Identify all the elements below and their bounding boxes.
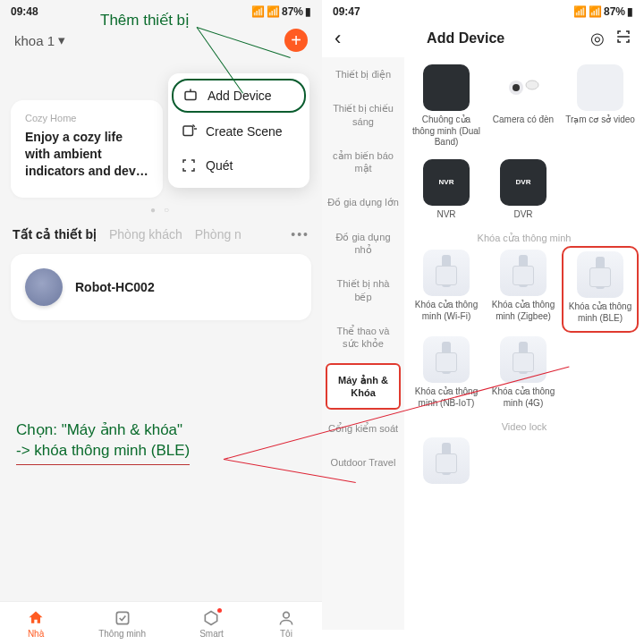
svg-rect-0 xyxy=(185,92,196,100)
add-button[interactable]: + xyxy=(284,29,308,52)
status-icons: 📶📶 87%▮ xyxy=(573,5,633,18)
page-indicator: ● ○ xyxy=(0,205,322,215)
menu-create-scene[interactable]: Create Scene xyxy=(168,114,309,148)
item-lock-4g[interactable]: Khóa cửa thông minh (4G) xyxy=(485,333,562,416)
cat-lighting[interactable]: Thiết bị chiếu sáng xyxy=(322,91,404,139)
item-lock-ble[interactable]: Khóa cửa thông minh (BLE) xyxy=(562,246,639,333)
cat-large-appliance[interactable]: Đồ gia dụng lớn xyxy=(322,185,404,219)
status-icons: 📶📶 87%▮ xyxy=(251,5,311,18)
back-button[interactable]: ‹ xyxy=(335,27,341,50)
card-title: Enjoy a cozy life with ambient indicator… xyxy=(25,129,148,180)
item-lock-wifi[interactable]: Khóa cửa thông minh (Wi-Fi) xyxy=(408,246,485,333)
nvr-icon: NVR xyxy=(423,159,470,206)
section-video-lock: Video lock xyxy=(408,421,640,432)
item-lock-zigbee[interactable]: Khóa cửa thông minh (Zigbee) xyxy=(485,246,562,333)
svg-point-6 xyxy=(284,612,290,618)
lock-icon xyxy=(577,251,623,298)
camera-icon xyxy=(500,64,547,111)
nav-me[interactable]: Tôi xyxy=(277,609,295,639)
cat-electric[interactable]: Thiết bị điện xyxy=(322,57,404,91)
svg-rect-2 xyxy=(183,126,193,136)
page-title: Add Device xyxy=(427,30,504,47)
chevron-down-icon: ▾ xyxy=(58,32,65,48)
item-doorbell[interactable]: Chuông cửa thông minh (Dual Band) xyxy=(408,61,485,156)
svg-point-8 xyxy=(513,84,520,91)
promo-card[interactable]: Cozy Home Enjoy a cozy life with ambient… xyxy=(11,100,163,198)
robot-icon xyxy=(25,268,63,306)
check-icon xyxy=(114,609,131,627)
svg-point-9 xyxy=(526,80,538,89)
status-time: 09:47 xyxy=(333,5,360,18)
item-video-base[interactable]: Trạm cơ sở video xyxy=(562,61,639,156)
home-icon xyxy=(27,609,45,627)
svg-rect-4 xyxy=(116,612,128,623)
cat-small-appliance[interactable]: Đồ gia dụng nhỏ xyxy=(322,220,404,267)
item-lock-nbiot[interactable]: Khóa cửa thông minh (NB-IoT) xyxy=(408,333,485,416)
lock-icon xyxy=(423,336,470,383)
plus-icon: + xyxy=(291,31,301,49)
nav-intelligent[interactable]: Thông minh xyxy=(98,609,146,639)
cat-sensor[interactable]: cảm biến báo mật xyxy=(322,139,404,186)
item-camera-light[interactable]: Camera có đèn xyxy=(485,61,562,156)
hexagon-icon xyxy=(202,609,220,627)
cat-camera-lock[interactable]: Máy ảnh & Khóa xyxy=(326,363,401,411)
lock-icon xyxy=(423,250,470,296)
base-icon xyxy=(577,64,623,111)
scene-icon xyxy=(181,123,197,140)
cat-health[interactable]: Thể thao và sức khỏe xyxy=(322,314,404,361)
item-video-lock[interactable] xyxy=(408,434,485,495)
card-subtitle: Cozy Home xyxy=(25,113,148,123)
lock-icon xyxy=(500,336,547,383)
menu-add-device[interactable]: Add Device xyxy=(172,79,306,113)
lock-icon xyxy=(500,250,547,296)
device-card[interactable]: Robot-HC002 xyxy=(11,254,311,320)
item-nvr[interactable]: NVR NVR xyxy=(408,156,485,228)
scan-icon xyxy=(181,157,197,174)
scan-icon[interactable] xyxy=(615,29,631,48)
dvr-icon: DVR xyxy=(500,159,547,206)
cat-kitchen[interactable]: Thiết bị nhà bếp xyxy=(322,267,404,314)
nav-smart[interactable]: Smart xyxy=(199,609,224,639)
item-dvr[interactable]: DVR DVR xyxy=(485,156,562,228)
tab-all-devices[interactable]: Tất cả thiết bị xyxy=(13,227,97,242)
cat-outdoor[interactable]: Outdoor Travel xyxy=(322,445,404,479)
lock-icon xyxy=(423,437,470,484)
nav-home[interactable]: Nhà xyxy=(27,609,45,639)
doorbell-icon xyxy=(423,64,470,111)
device-icon xyxy=(182,88,199,104)
tab-more[interactable]: ••• xyxy=(291,227,309,242)
home-selector[interactable]: khoa 1 ▾ xyxy=(14,32,65,48)
tab-room-2[interactable]: Phòng n xyxy=(195,227,242,242)
tab-room-1[interactable]: Phòng khách xyxy=(109,227,182,242)
add-menu-popup: Add Device Create Scene Quét xyxy=(168,73,309,188)
user-icon xyxy=(277,609,295,627)
target-icon[interactable]: ◎ xyxy=(590,29,605,48)
menu-scan[interactable]: Quét xyxy=(168,148,309,182)
category-sidebar: Thiết bị điện Thiết bị chiếu sáng cảm bi… xyxy=(322,57,404,630)
svg-marker-5 xyxy=(206,612,217,625)
section-smart-lock: Khóa cửa thông minh xyxy=(408,233,640,244)
status-time: 09:48 xyxy=(11,5,38,18)
device-name: Robot-HC002 xyxy=(75,280,155,294)
